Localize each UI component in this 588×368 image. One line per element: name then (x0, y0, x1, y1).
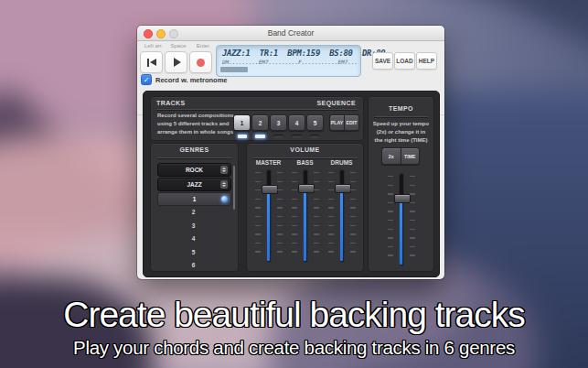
genres-divider (156, 157, 232, 158)
drums-volume-slider[interactable] (326, 170, 358, 262)
headline: Create beautiful backing tracks (0, 295, 588, 335)
tempo-slider[interactable] (386, 174, 417, 265)
variation-item[interactable]: 6 (157, 259, 230, 269)
tracks-panel: TRACKS SEQUENCE Record several compositi… (150, 96, 364, 141)
variation-list: 2 3 4 5 6 (157, 206, 230, 269)
key-hint-enter: Enter (189, 43, 217, 49)
track-led-1 (238, 135, 248, 138)
bass-slider-column: BASS (288, 159, 322, 262)
track-leds (233, 135, 324, 138)
lcd-chord-line: DM.........EM7.........F...........EM7..… (222, 59, 357, 65)
record-icon (197, 59, 205, 67)
lcd-progress-bar (220, 67, 248, 72)
drums-slider-column: DRUMS (325, 159, 358, 262)
master-label: MASTER (256, 159, 281, 170)
tempo-title: TEMPO (369, 105, 433, 112)
variation-item[interactable]: 5 (157, 246, 230, 260)
tempo-description: Speed up your tempo (2x) or change it in… (370, 120, 432, 145)
track-button-5[interactable]: 5 (306, 114, 324, 131)
track-button-4[interactable]: 4 (288, 114, 305, 131)
genres-title: GENRES (151, 146, 238, 153)
metronome-checkbox-row: ✓ Record w. metronome (141, 74, 228, 85)
slider-handle[interactable] (394, 194, 411, 203)
tempo-divider (374, 116, 428, 117)
sequence-play-button[interactable]: PLAY (329, 114, 344, 131)
window-title: Band Creator (137, 28, 444, 38)
master-slider-column: MASTER (251, 159, 285, 262)
master-volume-slider[interactable] (253, 170, 284, 262)
genres-scrollbar[interactable] (233, 166, 235, 210)
drums-label: DRUMS (331, 159, 353, 170)
play-button[interactable] (165, 51, 187, 73)
play-icon (174, 58, 181, 67)
skip-to-start-icon (147, 59, 156, 67)
load-button[interactable]: LOAD (394, 52, 415, 70)
track-buttons: 1 2 3 4 5 (233, 114, 324, 131)
track-led-3 (273, 135, 283, 138)
volume-panel: VOLUME MASTER BASS (246, 143, 364, 272)
variation-item[interactable]: 4 (157, 233, 230, 246)
slider-handle[interactable] (262, 185, 278, 194)
slider-handle[interactable] (335, 184, 351, 193)
bass-label: BASS (296, 159, 313, 170)
genre-selector-jazz[interactable]: JAZZ (157, 178, 231, 191)
sequence-title: SEQUENCE (317, 100, 357, 106)
slider-handle[interactable] (298, 184, 315, 193)
volume-sliders: MASTER BASS DRUMS (251, 159, 358, 262)
key-hint-left-arrow: Left arr. (140, 43, 167, 49)
stepper-icon[interactable] (220, 180, 228, 189)
screenshot-root: Band Creator Left arr. Space Enter JAZZ:… (0, 0, 588, 368)
help-button[interactable]: HELP (416, 52, 437, 70)
record-button[interactable] (189, 51, 212, 73)
track-led-2 (255, 135, 265, 138)
bass-volume-slider[interactable] (290, 170, 321, 262)
tracks-title: TRACKS (156, 100, 186, 106)
track-selector: 1 2 3 4 5 (233, 114, 324, 138)
tempo-buttons: 2x TIME (381, 147, 420, 163)
lcd-display: JAZZ:1 TR:1 BPM:159 BS:80 DR:80 DM......… (216, 45, 361, 77)
selected-radio-icon (221, 196, 228, 202)
track-button-3[interactable]: 3 (270, 114, 287, 131)
tracks-description: Record several compositions using 5 diff… (157, 112, 234, 136)
genres-panel: GENRES ROCK JAZZ 1 2 3 4 (150, 143, 239, 272)
metronome-checkbox[interactable]: ✓ (141, 74, 152, 85)
variation-item[interactable]: 3 (157, 220, 230, 233)
metronome-checkbox-label: Record w. metronome (155, 76, 228, 84)
marketing-caption: Create beautiful backing tracks Play you… (0, 295, 588, 359)
track-button-1[interactable]: 1 (233, 114, 251, 131)
subheadline: Play your chords and create backing trac… (0, 337, 588, 359)
track-led-4 (292, 135, 302, 138)
save-button[interactable]: SAVE (372, 52, 393, 70)
skip-to-start-button[interactable] (140, 51, 163, 73)
stepper-icon[interactable] (220, 166, 228, 174)
window-titlebar[interactable]: Band Creator (137, 26, 444, 41)
track-button-2[interactable]: 2 (251, 114, 269, 131)
volume-divider (252, 157, 358, 158)
volume-title: VOLUME (247, 146, 363, 153)
lcd-status-line: JAZZ:1 TR:1 BPM:159 BS:80 DR:80 (222, 49, 385, 58)
track-led-5 (310, 135, 320, 138)
variation-item-selected[interactable]: 1 (157, 192, 231, 206)
app-window: Band Creator Left arr. Space Enter JAZZ:… (137, 26, 444, 279)
tracks-divider (156, 109, 358, 110)
key-hint-space: Space (165, 43, 192, 49)
instrument-rack: TRACKS SEQUENCE Record several compositi… (143, 91, 440, 277)
variation-item[interactable]: 2 (157, 206, 230, 220)
tempo-2x-button[interactable]: 2x (381, 147, 401, 165)
genre-selector-rock[interactable]: ROCK (157, 163, 231, 177)
sequence-edit-button[interactable]: EDIT (344, 114, 359, 131)
sequence-buttons: PLAY EDIT (329, 114, 359, 129)
tempo-time-button[interactable]: TIME (401, 147, 421, 165)
tempo-panel: TEMPO Speed up your tempo (2x) or change… (368, 96, 434, 272)
